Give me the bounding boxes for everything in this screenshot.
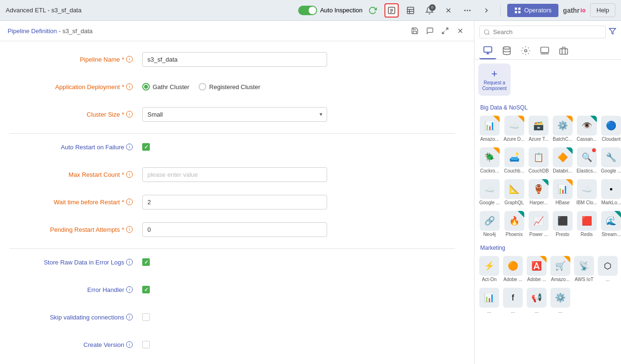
wait-time-info-icon[interactable]: i: [126, 199, 133, 205]
list-item[interactable]: ⚙️BatchC...: [552, 114, 574, 144]
pending-restart-input[interactable]: [142, 222, 327, 237]
registered-cluster-radio-circle: [199, 83, 206, 91]
component-name: Act-On: [482, 277, 496, 282]
list-item[interactable]: 🏺Harper...: [528, 177, 550, 207]
app-deployment-info-icon[interactable]: i: [126, 83, 133, 90]
svg-point-21: [484, 29, 489, 34]
component-name: Redis: [581, 232, 593, 237]
svg-rect-24: [484, 47, 492, 53]
auto-restart-info-icon[interactable]: i: [126, 144, 133, 150]
store-raw-info-icon[interactable]: i: [126, 259, 133, 265]
svg-rect-29: [541, 47, 549, 53]
component-icon: 📢: [527, 288, 547, 308]
max-restart-input[interactable]: [142, 167, 327, 182]
list-item[interactable]: 🟥Redis: [575, 209, 598, 239]
chevron-right-icon[interactable]: [479, 3, 493, 18]
list-item[interactable]: 🅰️Adobe ...: [526, 254, 548, 284]
filter-icon[interactable]: [609, 27, 616, 37]
list-item[interactable]: 🪲Cockro...: [478, 146, 501, 175]
list-item[interactable]: ⚡Act-On: [478, 254, 500, 284]
list-item[interactable]: 📊...: [478, 286, 500, 316]
store-raw-checkbox[interactable]: [142, 258, 150, 266]
list-item[interactable]: ☁️Azure D...: [502, 114, 525, 144]
create-version-checkbox[interactable]: [142, 341, 150, 348]
list-item[interactable]: ☁️Google ...: [478, 177, 501, 207]
cat-tab-processors[interactable]: [517, 42, 534, 59]
list-item[interactable]: 📢...: [526, 286, 548, 316]
create-version-control: [142, 341, 327, 348]
cat-tab-connectors[interactable]: [555, 42, 572, 59]
top-bar: Advanced ETL - s3_sf_data Auto Inspectio…: [0, 0, 621, 21]
wait-time-input[interactable]: [142, 195, 327, 209]
marketing-grid: ⚡Act-On🟠Adobe ...🅰️Adobe ...🛒Amazo...📡AW…: [478, 254, 617, 316]
gathr-cluster-radio[interactable]: Gathr Cluster: [142, 83, 189, 91]
search-input[interactable]: [493, 28, 602, 36]
pending-restart-row: Pending Restart Attempts * i: [9, 221, 455, 238]
request-component-button[interactable]: + Request a Component: [478, 64, 511, 96]
list-item[interactable]: 📋CouchDB: [528, 146, 550, 175]
close-icon[interactable]: [441, 3, 456, 18]
list-item[interactable]: 🔍Elastics...: [575, 146, 598, 175]
pipeline-name-info-icon[interactable]: i: [126, 56, 133, 63]
list-item[interactable]: 🔥Phoenix: [502, 209, 525, 239]
auto-inspection-toggle[interactable]: [298, 6, 317, 15]
history-icon[interactable]: [424, 25, 436, 37]
help-button[interactable]: Help: [590, 3, 615, 17]
registered-cluster-radio[interactable]: Registered Cluster: [199, 83, 260, 91]
bell-icon[interactable]: 0: [422, 3, 437, 18]
table-icon[interactable]: [403, 3, 418, 18]
store-raw-control: [142, 258, 327, 266]
list-item[interactable]: ⚙️...: [549, 286, 571, 316]
refresh-icon[interactable]: [365, 3, 380, 18]
list-item[interactable]: 🔵Cloudant: [600, 114, 621, 144]
list-item[interactable]: 🔗Neo4j: [478, 209, 501, 239]
list-item[interactable]: ⬡...: [597, 254, 619, 284]
bell-badge: 0: [429, 4, 436, 11]
component-icon: ☁️: [577, 179, 597, 199]
cat-tab-sources[interactable]: [479, 42, 496, 59]
list-item[interactable]: 🌊Stream...: [600, 209, 621, 239]
list-item[interactable]: 🛋️Couchb...: [502, 146, 525, 175]
list-item[interactable]: 📊Amazo...: [478, 114, 501, 144]
list-item[interactable]: 👁️Cassan...: [575, 114, 598, 144]
list-item[interactable]: ☁️IBM Clo...: [575, 177, 598, 207]
list-item[interactable]: ▪️MarkLo...: [600, 177, 621, 207]
list-item[interactable]: 🔧Google ...: [600, 146, 621, 175]
list-item[interactable]: 📊HBase: [552, 177, 574, 207]
list-item[interactable]: 🗃️Azure T...: [528, 114, 550, 144]
create-version-info-icon[interactable]: i: [126, 341, 133, 348]
component-icon: ☁️: [504, 116, 524, 136]
operators-button[interactable]: Operators: [507, 4, 558, 17]
list-item[interactable]: 🛒Amazo...: [549, 254, 571, 284]
skip-validating-info-icon[interactable]: i: [126, 314, 133, 320]
list-item[interactable]: 🟠Adobe ...: [502, 254, 524, 284]
max-restart-info-icon[interactable]: i: [126, 171, 133, 178]
document-highlighted-icon[interactable]: [384, 3, 399, 18]
save-icon[interactable]: [409, 25, 421, 37]
auto-restart-control: [142, 143, 327, 151]
component-icon: ☁️: [480, 179, 500, 199]
svg-rect-15: [515, 11, 517, 13]
cluster-size-info-icon[interactable]: i: [126, 111, 133, 118]
more-icon[interactable]: [460, 3, 475, 18]
list-item[interactable]: 📡AWS IoT: [573, 254, 595, 284]
error-handler-info-icon[interactable]: i: [126, 286, 133, 293]
pending-restart-info-icon[interactable]: i: [126, 226, 133, 233]
list-item[interactable]: 🔶Databri...: [552, 146, 574, 175]
pipeline-definition-title: Pipeline Definition - s3_sf_data: [8, 27, 92, 35]
cluster-size-select[interactable]: Small: [142, 107, 327, 122]
maximize-icon[interactable]: [439, 25, 451, 37]
pipeline-name-input[interactable]: [142, 52, 327, 67]
close-panel-icon[interactable]: [454, 25, 466, 37]
list-item[interactable]: 📐GraphQL: [502, 177, 525, 207]
error-handler-checkbox[interactable]: [142, 286, 150, 293]
list-item[interactable]: ⬛Presto: [552, 209, 574, 239]
list-item[interactable]: 📈Power ...: [528, 209, 550, 239]
list-item[interactable]: f...: [502, 286, 524, 316]
skip-validating-checkbox[interactable]: [142, 313, 150, 321]
cat-tab-outputs[interactable]: [536, 42, 553, 59]
component-icon: 🗃️: [529, 116, 548, 136]
cat-tab-targets[interactable]: [498, 42, 515, 59]
auto-restart-checkbox[interactable]: [142, 143, 150, 151]
gathr-cluster-radio-circle: [142, 83, 150, 91]
